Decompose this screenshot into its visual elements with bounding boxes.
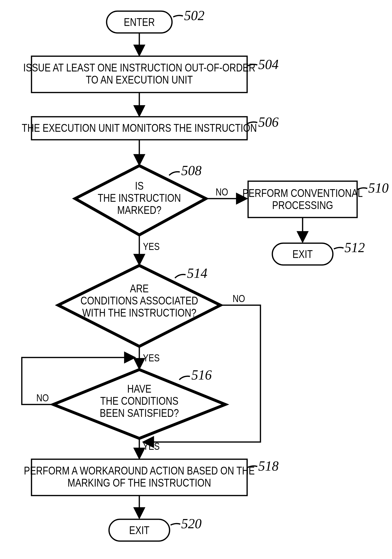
process-monitor-line1: THE EXECUTION UNIT MONITORS THE INSTRUCT… (22, 121, 257, 134)
ref-516: 516 (191, 367, 212, 382)
ref-502: 502 (184, 8, 205, 23)
ref-518: 518 (258, 458, 279, 474)
edge-satis-no: NO (36, 392, 49, 403)
process-perform-line1: PERFORM CONVENTIONAL (243, 186, 363, 199)
terminator-enter-label: ENTER (124, 16, 155, 28)
ref-506: 506 (258, 115, 279, 130)
ref-510: 510 (368, 180, 389, 196)
terminator-exit1-label: EXIT (292, 248, 313, 260)
leader-502 (173, 16, 183, 17)
edge-assoc-no: NO (233, 293, 245, 304)
decision-marked-line1: IS (135, 179, 144, 192)
process-issue-line1: ISSUE AT LEAST ONE INSTRUCTION OUT-OF-OR… (23, 61, 255, 74)
decision-assoc-line3: WITH THE INSTRUCTION? (82, 306, 196, 319)
decision-assoc-line2: CONDITIONS ASSOCIATED (80, 294, 198, 307)
process-work-line1: PERFORM A WORKAROUND ACTION BASED ON THE (24, 464, 255, 477)
decision-satis-line1: HAVE (127, 382, 151, 395)
edge-marked-yes: YES (143, 241, 160, 252)
decision-satis-line2: THE CONDITIONS (100, 394, 178, 407)
edge-marked-no: NO (216, 186, 228, 198)
process-issue-line2: TO AN EXECUTION UNIT (86, 73, 193, 86)
leader-520 (171, 524, 180, 525)
ref-504: 504 (258, 57, 279, 72)
decision-marked-line3: MARKED? (117, 204, 161, 216)
ref-508: 508 (181, 163, 202, 178)
leader-514 (175, 274, 186, 278)
edge-satis-yes: YES (143, 440, 160, 452)
ref-520: 520 (181, 516, 202, 531)
decision-assoc-line1: ARE (130, 282, 149, 295)
edge-assoc-yes: YES (143, 352, 160, 363)
terminator-exit2-label: EXIT (129, 524, 149, 536)
process-perform-line2: PROCESSING (272, 199, 333, 211)
leader-516 (179, 376, 190, 380)
process-work-line2: MARKING OF THE INSTRUCTION (68, 476, 211, 489)
decision-marked-line2: THE INSTRUCTION (98, 191, 181, 204)
leader-512 (334, 248, 344, 249)
decision-satis-line3: BEEN SATISFIED? (100, 406, 179, 419)
ref-512: 512 (345, 240, 365, 255)
leader-508 (169, 172, 180, 175)
ref-514: 514 (187, 266, 207, 281)
